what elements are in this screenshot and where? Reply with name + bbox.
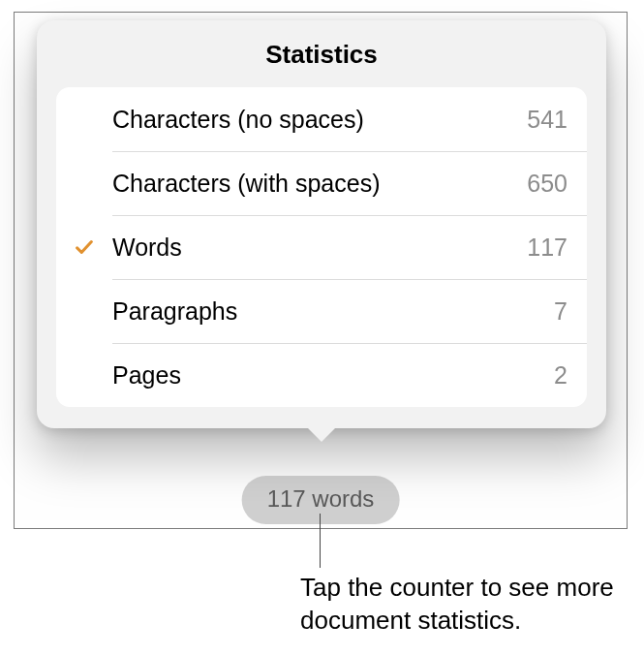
stat-row-characters-with-spaces[interactable]: Characters (with spaces) 650: [56, 151, 587, 215]
statistics-popover: Statistics Characters (no spaces) 541 Ch…: [37, 20, 606, 428]
checkmark-icon: [74, 236, 95, 258]
stat-label: Paragraphs: [112, 297, 554, 326]
stat-row-characters-no-spaces[interactable]: Characters (no spaces) 541: [56, 87, 587, 151]
popover-title: Statistics: [37, 20, 606, 87]
callout-leader-line: [320, 514, 321, 568]
stat-row-words[interactable]: Words 117: [56, 215, 587, 279]
counter-label: 117 words: [267, 485, 375, 512]
statistics-list: Characters (no spaces) 541 Characters (w…: [56, 87, 587, 407]
word-count-counter[interactable]: 117 words: [242, 476, 400, 524]
checkmark-slot: [56, 236, 112, 258]
stat-label: Words: [112, 234, 527, 262]
stat-label: Characters (with spaces): [112, 170, 527, 198]
popover-tail: [37, 427, 606, 442]
stat-row-pages[interactable]: Pages 2: [56, 343, 587, 407]
stat-value: 7: [554, 297, 567, 326]
stat-value: 541: [527, 106, 567, 134]
callout-text: Tap the counter to see more document sta…: [300, 572, 629, 638]
stat-value: 2: [554, 361, 567, 390]
stat-row-paragraphs[interactable]: Paragraphs 7: [56, 279, 587, 343]
stat-label: Pages: [112, 361, 554, 390]
stat-value: 117: [527, 234, 567, 262]
stat-value: 650: [527, 170, 567, 198]
stat-label: Characters (no spaces): [112, 106, 527, 134]
screenshot-frame: Statistics Characters (no spaces) 541 Ch…: [14, 12, 628, 529]
